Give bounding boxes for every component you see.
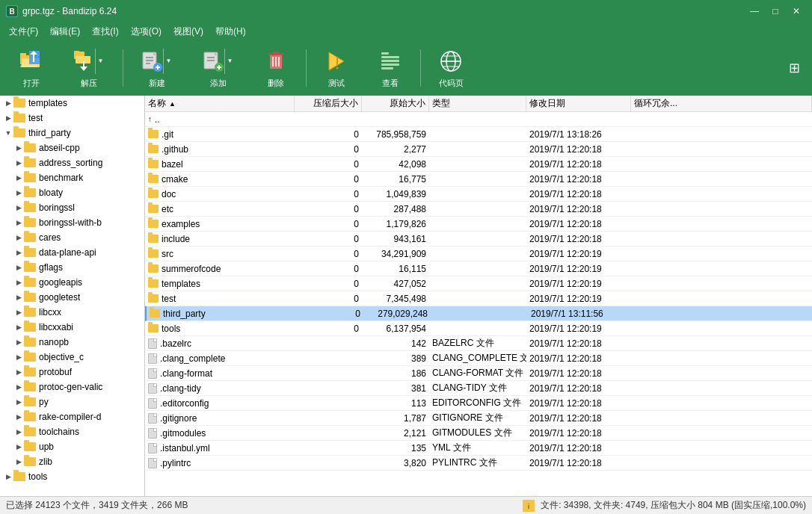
table-row[interactable]: src034,291,9092019/7/1 12:20:19 [145, 247, 812, 261]
table-row[interactable]: .clang-format186CLANG-FORMAT 文件2019/7/1 … [145, 366, 812, 381]
tree-expand-icon[interactable]: ▶ [13, 427, 24, 437]
table-row[interactable]: cmake016,7752019/7/1 12:20:18 [145, 172, 812, 187]
table-row[interactable]: doc01,049,8392019/7/1 12:20:18 [145, 187, 812, 202]
new-button[interactable]: ▼ 新建 [128, 44, 186, 92]
tree-expand-icon[interactable]: ▶ [13, 232, 24, 243]
table-row[interactable]: summerofcode016,1152019/7/1 12:20:19 [145, 261, 812, 276]
test-button[interactable]: 测试 [311, 44, 362, 92]
tree-expand-icon[interactable]: ▶ [13, 337, 24, 347]
col-header-name[interactable]: 名称 ▲ [145, 96, 295, 111]
menu-item-e[interactable]: 编辑(E) [44, 24, 86, 40]
table-row[interactable]: templates0427,0522019/7/1 12:20:19 [145, 276, 812, 291]
table-row[interactable]: include0943,1612019/7/1 12:20:18 [145, 232, 812, 247]
tree-expand-icon[interactable]: ▶ [3, 113, 13, 123]
tree-item[interactable]: ▶test [0, 111, 144, 126]
close-button[interactable]: ✕ [787, 3, 806, 19]
table-row[interactable]: .gitmodules2,121GITMODULES 文件2019/7/1 12… [145, 426, 812, 441]
table-row[interactable]: .git0785,958,7592019/7/1 13:18:26 [145, 127, 812, 142]
table-row[interactable]: .clang-tidy381CLANG-TIDY 文件2019/7/1 12:2… [145, 381, 812, 396]
col-header-type[interactable]: 类型 [429, 96, 526, 111]
tree-item[interactable]: ▶abseil-cpp [0, 140, 144, 155]
tree-expand-icon[interactable]: ▶ [13, 382, 24, 392]
tree-expand-icon[interactable]: ▶ [13, 277, 24, 288]
tree-item[interactable]: ▶nanopb [0, 335, 144, 350]
table-row[interactable]: .editorconfig113EDITORCONFIG 文件2019/7/1 … [145, 396, 812, 411]
tree-item[interactable]: ▶gflags [0, 260, 144, 275]
tree-item[interactable]: ▶toolchains [0, 424, 144, 439]
tree-expand-icon[interactable]: ▶ [13, 247, 24, 258]
maximize-button[interactable]: □ [766, 3, 785, 19]
minimize-button[interactable]: — [745, 3, 764, 19]
menu-item-f[interactable]: 文件(F) [3, 24, 44, 40]
table-row[interactable]: test07,345,4982019/7/1 12:20:19 [145, 291, 812, 306]
tree-item[interactable]: ▶libcxxabi [0, 320, 144, 335]
table-row[interactable]: tools06,137,9542019/7/1 12:20:19 [145, 321, 812, 336]
tree-expand-icon[interactable]: ▶ [13, 217, 24, 228]
tree-item[interactable]: ▶benchmark [0, 170, 144, 185]
tree-expand-icon[interactable]: ▶ [13, 397, 24, 407]
tree-item[interactable]: ▶protoc-gen-valic [0, 380, 144, 394]
col-header-compressed[interactable]: 压缩后大小 [295, 96, 362, 111]
codepage-button[interactable]: 代码页 [425, 44, 476, 92]
open-button[interactable]: 打开 [6, 44, 57, 92]
menu-item-o[interactable]: 选项(O) [125, 24, 167, 40]
tree-item[interactable]: ▶templates [0, 96, 144, 111]
tree-item[interactable]: ▶boringssl [0, 200, 144, 215]
table-row[interactable]: etc0287,4882019/7/1 12:20:18 [145, 202, 812, 217]
tree-item[interactable]: ▶upb [0, 439, 144, 454]
table-row[interactable]: ↑.. [145, 112, 812, 127]
table-row[interactable]: bazel042,0982019/7/1 12:20:18 [145, 157, 812, 172]
tree-item[interactable]: ▶cares [0, 230, 144, 245]
col-header-cyclic[interactable]: 循环冗余... [631, 96, 812, 111]
tree-item[interactable]: ▶googleapis [0, 275, 144, 290]
tree-expand-icon[interactable]: ▶ [13, 442, 24, 452]
table-row[interactable]: .gitignore1,787GITIGNORE 文件2019/7/1 12:2… [145, 411, 812, 426]
tree-expand-icon[interactable]: ▶ [13, 367, 24, 377]
tree-expand-icon[interactable]: ▶ [13, 173, 24, 183]
tree-item[interactable]: ▶protobuf [0, 365, 144, 380]
table-row[interactable]: third_party0279,029,2482019/7/1 13:11:56 [145, 306, 812, 321]
extract-button[interactable]: ▼ 解压 [60, 44, 118, 92]
table-row[interactable]: examples01,179,8262019/7/1 12:20:18 [145, 217, 812, 232]
tree-expand-icon[interactable]: ▶ [13, 322, 24, 332]
tree-item[interactable]: ▶data-plane-api [0, 245, 144, 260]
tree-expand-icon[interactable]: ▶ [3, 98, 13, 108]
view-button[interactable]: 查看 [365, 44, 416, 92]
tree-item[interactable]: ▶boringssl-with-b [0, 215, 144, 230]
tree-item[interactable]: ▶objective_c [0, 350, 144, 365]
tree-expand-icon[interactable]: ▶ [13, 158, 24, 168]
table-row[interactable]: .github02,2772019/7/1 12:20:18 [145, 142, 812, 157]
tree-item[interactable]: ▶zlib [0, 454, 144, 469]
tree-expand-icon[interactable]: ▶ [13, 456, 24, 467]
new-arrow[interactable]: ▼ [163, 49, 173, 74]
tree-item[interactable]: ▼third_party [0, 126, 144, 140]
col-header-original[interactable]: 原始大小 [362, 96, 429, 111]
tree-item[interactable]: ▶address_sorting [0, 155, 144, 170]
tree-item[interactable]: ▶tools [0, 469, 144, 484]
tree-expand-icon[interactable]: ▶ [13, 262, 24, 273]
tree-expand-icon[interactable]: ▼ [3, 128, 13, 138]
tree-expand-icon[interactable]: ▶ [13, 352, 24, 362]
grid-view-button[interactable]: ⊞ [786, 57, 803, 79]
tree-item[interactable]: ▶libcxx [0, 305, 144, 320]
tree-expand-icon[interactable]: ▶ [13, 188, 24, 198]
tree-expand-icon[interactable]: ▶ [13, 292, 24, 303]
extract-arrow[interactable]: ▼ [95, 49, 105, 74]
tree-expand-icon[interactable]: ▶ [13, 202, 24, 213]
tree-item[interactable]: ▶googletest [0, 290, 144, 305]
tree-expand-icon[interactable]: ▶ [13, 307, 24, 318]
delete-button[interactable]: 删除 [250, 44, 301, 92]
menu-item-i[interactable]: 查找(I) [86, 24, 124, 40]
tree-expand-icon[interactable]: ▶ [3, 471, 13, 482]
table-row[interactable]: .istanbul.yml135YML 文件2019/7/1 12:20:18 [145, 441, 812, 456]
add-arrow[interactable]: ▼ [224, 49, 235, 74]
add-button[interactable]: ▼ 添加 [189, 44, 247, 92]
tree-expand-icon[interactable]: ▶ [13, 143, 24, 153]
tree-item[interactable]: ▶rake-compiler-d [0, 409, 144, 424]
tree-item[interactable]: ▶py [0, 394, 144, 409]
tree-expand-icon[interactable]: ▶ [13, 412, 24, 422]
menu-item-v[interactable]: 视图(V) [167, 24, 209, 40]
table-row[interactable]: .clang_complete389CLANG_COMPLETE 文...201… [145, 351, 812, 366]
tree-item[interactable]: ▶bloaty [0, 185, 144, 200]
col-header-modified[interactable]: 修改日期 [526, 96, 631, 111]
